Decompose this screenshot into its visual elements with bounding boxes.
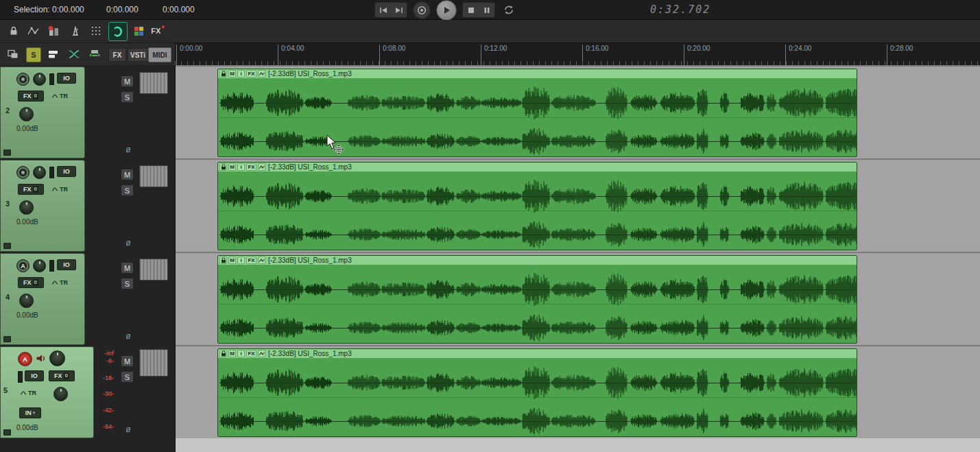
solo-button-track-5[interactable]: S <box>121 371 134 383</box>
item-mute-button[interactable]: M <box>228 70 236 78</box>
monitor-knob[interactable] <box>33 73 46 86</box>
monitor-knob[interactable] <box>33 166 46 179</box>
media-item-3[interactable]: M i FX [-2.33dB] USI_Ross_1.mp3 <box>217 255 857 344</box>
fx-button[interactable]: FX 0 <box>18 184 44 195</box>
item-envelope-icon[interactable] <box>258 70 265 78</box>
solo-button-track-3[interactable]: S <box>121 185 134 196</box>
item-info-button[interactable]: i <box>237 70 245 78</box>
phase-button-track-4[interactable]: ø <box>123 331 133 341</box>
item-info-button[interactable]: i <box>237 350 245 357</box>
grid-toolbar-button[interactable] <box>88 23 104 39</box>
mute-button-track-4[interactable]: M <box>121 262 134 274</box>
vsti-toolbar-button[interactable]: VSTi <box>128 48 148 62</box>
io-button[interactable]: IO <box>57 73 76 84</box>
io-button[interactable]: IO <box>25 370 44 381</box>
mute-button-track-3[interactable]: M <box>121 169 134 180</box>
volume-knob[interactable] <box>19 200 34 215</box>
item-lock-icon[interactable] <box>219 257 227 264</box>
theme-toolbar-button[interactable] <box>130 23 147 39</box>
pause-button[interactable] <box>479 3 494 17</box>
volume-knob[interactable] <box>19 294 34 308</box>
item-grouping-toolbar-button[interactable] <box>45 23 62 39</box>
lock-toolbar-button[interactable] <box>5 23 22 39</box>
media-items-toolbar-button[interactable] <box>45 46 62 62</box>
io-button[interactable]: IO <box>57 259 76 270</box>
media-item-header[interactable]: M i FX [-2.33dB] USI_Ross_1.mp3 <box>218 349 857 358</box>
volume-knob[interactable] <box>19 107 34 121</box>
volume-readout[interactable]: 0.00dB <box>16 424 38 431</box>
record-arm-auto-button[interactable]: A <box>16 259 29 272</box>
docker-toolbar-button[interactable] <box>4 46 21 62</box>
mute-button-track-5[interactable]: M <box>121 355 134 367</box>
phase-button-track-5[interactable]: ø <box>123 425 133 434</box>
item-lock-icon[interactable] <box>219 163 227 171</box>
media-item-header[interactable]: M i FX [-2.33dB] USI_Ross_1.mp3 <box>218 256 857 265</box>
go-to-start-button[interactable] <box>375 3 391 17</box>
selection-start-value[interactable]: 0:00.000 <box>106 5 139 14</box>
track-panel-2[interactable]: 2 IO FX 0 TR 0.00dB <box>0 67 85 158</box>
volume-readout[interactable]: 0.00dB <box>16 125 38 132</box>
folder-icon[interactable] <box>3 336 11 342</box>
midi-toolbar-button[interactable]: MIDI <box>148 47 171 62</box>
mute-button-track-2[interactable]: M <box>121 75 134 87</box>
record-arm-button[interactable] <box>16 166 29 179</box>
fx-button[interactable]: FX 0 <box>18 91 44 102</box>
record-button[interactable] <box>413 1 431 19</box>
item-fx-button[interactable]: FX <box>246 163 256 171</box>
io-button[interactable]: IO <box>57 166 76 177</box>
media-item-2[interactable]: M i FX [-2.33dB] USI_Ross_1.mp3 <box>217 162 857 250</box>
item-envelope-icon[interactable] <box>258 350 265 357</box>
horizontal-scroll-area[interactable] <box>176 438 980 452</box>
folder-icon[interactable] <box>3 243 11 249</box>
phase-button-track-2[interactable]: ø <box>123 145 133 154</box>
media-item-header[interactable]: M i FX [-2.33dB] USI_Ross_1.mp3 <box>218 69 857 78</box>
track-panel-5[interactable]: 5 A IO FX 0 TR IN ▾ 0.00dB <box>0 346 94 438</box>
timeline-ruler[interactable]: 0:00.00 0:04.00 0:08.00 0:12.00 0:16.00 … <box>175 43 980 66</box>
trim-envelope-button[interactable]: TR <box>51 279 68 286</box>
solo-button-track-4[interactable]: S <box>121 278 134 289</box>
ripple-edit-toolbar-button[interactable] <box>108 22 128 41</box>
track-panel-3[interactable]: 3 IO FX 0 TR 0.00dB <box>0 160 85 252</box>
media-item-1[interactable]: M i FX [-2.33dB] USI_Ross_1.mp3 <box>217 69 857 157</box>
fx-button[interactable]: FX 0 <box>18 277 44 288</box>
item-envelope-icon[interactable] <box>258 163 265 171</box>
volume-readout[interactable]: 0.00dB <box>16 218 38 226</box>
volume-readout[interactable]: 0.00dB <box>16 311 38 319</box>
item-lock-icon[interactable] <box>219 350 227 357</box>
envelope-points-toolbar-button[interactable] <box>25 23 41 39</box>
record-armed-button[interactable]: A <box>18 352 32 366</box>
repeat-button[interactable] <box>501 3 516 17</box>
folder-icon[interactable] <box>3 429 11 436</box>
time-display[interactable]: 0:32.702 <box>650 3 710 16</box>
item-mute-button[interactable]: M <box>228 163 236 171</box>
item-fx-button[interactable]: FX <box>246 257 256 264</box>
fx-global-toolbar-button[interactable]: FX* <box>150 23 166 39</box>
trim-envelope-button[interactable]: TR <box>20 390 36 396</box>
media-item-4[interactable]: M i FX [-2.33dB] USI_Ross_1.mp3 <box>217 348 857 437</box>
metronome-toolbar-button[interactable] <box>67 23 84 39</box>
volume-knob[interactable] <box>53 387 68 401</box>
record-arm-button[interactable] <box>16 73 29 86</box>
trim-envelope-button[interactable]: TR <box>51 186 68 193</box>
crossfade-toolbar-button[interactable] <box>66 46 82 62</box>
item-mute-button[interactable]: M <box>228 350 236 357</box>
solo-button-track-2[interactable]: S <box>121 91 134 103</box>
item-fx-button[interactable]: FX <box>246 350 256 357</box>
folder-icon[interactable] <box>3 150 11 156</box>
item-info-button[interactable]: i <box>237 163 245 171</box>
fx-show-toolbar-button[interactable]: FX <box>108 48 126 62</box>
selection-end-value[interactable]: 0:00.000 <box>163 5 195 14</box>
monitor-knob[interactable] <box>49 350 65 366</box>
track-panel-4[interactable]: 4 A IO FX 0 TR 0.00dB <box>0 253 85 345</box>
input-select-button[interactable]: IN ▾ <box>19 407 41 418</box>
play-button[interactable] <box>436 0 457 21</box>
trim-envelope-button[interactable]: TR <box>51 93 68 99</box>
item-lock-icon[interactable] <box>219 70 227 78</box>
media-item-header[interactable]: M i FX [-2.33dB] USI_Ross_1.mp3 <box>218 163 857 171</box>
phase-button-track-3[interactable]: ø <box>123 238 133 248</box>
item-fx-button[interactable]: FX <box>246 70 256 78</box>
item-mute-button[interactable]: M <box>228 257 236 264</box>
monitor-knob[interactable] <box>33 259 46 272</box>
go-to-end-button[interactable] <box>391 3 407 17</box>
item-info-button[interactable]: i <box>237 257 245 264</box>
